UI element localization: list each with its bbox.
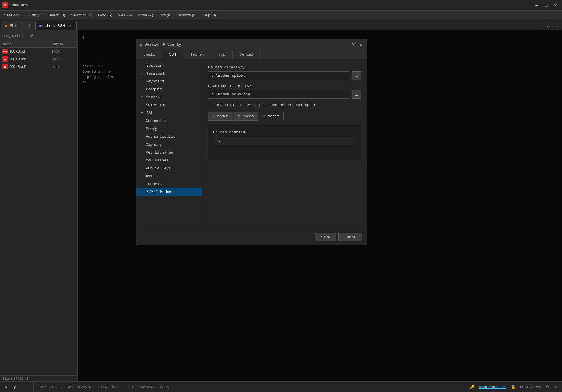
menu-item-mode[interactable]: Mode (7) [135,12,156,18]
dialog-close-button[interactable]: ✕ [358,41,364,48]
upload-section: Upload command: [208,125,361,160]
menu-item-goto[interactable]: Goto (5) [95,12,115,18]
file-date-3: 2019/ [52,65,75,68]
default-checkbox-label: Use this as the default and do not ask a… [216,103,316,107]
nav-label-mac-hashes: MAC Hashes [146,158,169,163]
nav-label-tunnels: Tunnels [146,182,162,186]
menu-item-search[interactable]: Search (3) [44,12,68,18]
nav-item-xyz-modem[interactable]: X/Y/Z Modem [136,188,202,196]
menu-item-selection[interactable]: Selection (4) [68,12,95,18]
file-panel-refresh[interactable]: ↺ [30,33,33,38]
list-item[interactable]: PDF 100KB.pdf 2020/ [0,48,77,55]
tab-chevron-right[interactable]: › [543,22,551,30]
lock-icon: 🔑 [470,385,474,389]
nav-label-public-keys: Public Keys [146,166,171,171]
nav-item-session[interactable]: Session [136,62,202,70]
tab-chevron-down[interactable]: ⌄ [553,22,561,30]
tab-label-ssh: 1.Local SSH [44,23,65,28]
list-item[interactable]: PDF 500KB.pdf 2019/ [0,63,77,71]
nav-label-key-exchange: Key Exchange [146,150,173,155]
nav-item-keyboard[interactable]: Keyboard [136,78,202,85]
dialog-nav: Session ▼ Terminal Keyboard Logging [136,59,202,229]
col-name: Name [2,42,52,46]
menu-item-window[interactable]: Window (9) [174,12,200,18]
status-bar: Ready Remote Mode Window 26×74 Ln 142 Ch… [0,381,562,392]
nav-item-proxy[interactable]: Proxy [136,125,202,133]
file-panel-header: Name Date m [0,41,77,48]
modem-tab-y[interactable]: Y Modem [234,112,258,121]
file-panel-back[interactable]: ↑ [26,33,28,38]
dialog-tab-serial[interactable]: Serial [233,50,261,59]
tab-close-ssh[interactable]: ✕ [68,23,73,28]
cancel-button[interactable]: Cancel [338,233,362,241]
windterm-issues-link[interactable]: WindTerm Issues [479,385,506,389]
file-panel-menu[interactable]: ⋮ [71,33,75,38]
tab-ssh[interactable]: 1.Local SSH ✕ [35,21,76,30]
status-gear-icon[interactable]: ⚙ [546,385,549,389]
file-panel-toolbar: /test_modem/ ↑ ↺ ⋮ [0,30,77,41]
default-checkbox[interactable] [208,103,213,107]
status-close-icon[interactable]: ✕ [554,385,557,389]
nav-item-ciphers[interactable]: Ciphers [136,141,202,149]
dialog-help-button[interactable]: ? [351,42,356,48]
save-button[interactable]: Save [315,233,336,241]
modem-tab-z[interactable]: Z Modem [259,112,284,121]
download-dir-input[interactable] [208,90,349,99]
maximize-button[interactable]: □ [542,1,550,9]
list-item[interactable]: PDF 200KB.pdf 2021/ [0,55,77,63]
nav-item-selection[interactable]: Selection [136,101,202,109]
close-button[interactable]: ✕ [551,1,560,9]
menu-item-session[interactable]: Session (1) [1,12,26,18]
dialog-footer: Save Cancel [136,229,367,245]
status-position: Ln 142 Ch 27 [98,385,119,389]
nav-label-selection: Selection [146,103,166,107]
nav-item-x11[interactable]: X11 [136,172,202,180]
upload-dir-input[interactable] [208,71,349,80]
menu-item-help[interactable]: Help (0) [200,12,219,18]
nav-item-key-exchange[interactable]: Key Exchange [136,149,202,157]
upload-command-input[interactable] [213,137,356,145]
status-ready: Ready [0,382,34,392]
dialog-tab-telnet[interactable]: Telnet [183,50,211,59]
tab-actions: + › ⌄ [534,22,561,30]
upload-command-label: Upload command: [213,130,356,135]
nav-item-public-keys[interactable]: Public Keys [136,164,202,172]
nav-label-logging: Logging [146,87,162,92]
nav-item-ssh[interactable]: ▼ SSH [136,109,202,117]
download-dir-browse[interactable]: ... [352,90,361,99]
nav-item-tunnels[interactable]: Tunnels [136,180,202,188]
menu-item-edit[interactable]: Edit (2) [26,12,44,18]
nav-arrow-terminal: ▼ [141,72,145,75]
new-tab-button[interactable]: + [534,22,542,30]
main-area: /test_modem/ ↑ ↺ ⋮ Name Date m PDF 100KB… [0,30,562,381]
nav-item-authentication[interactable]: Authentication [136,133,202,141]
dialog-tab-ssh[interactable]: SSH [162,50,183,59]
modem-tab-x[interactable]: X Modem [208,112,233,121]
dialog-body: Session ▼ Terminal Keyboard Logging [136,59,367,229]
tab-close-filer[interactable]: ✕ [19,23,25,28]
minimize-button[interactable]: ─ [533,1,541,9]
dialog-tab-tcp[interactable]: Tcp [211,50,232,59]
lock-screen-label: Lock Screen [520,385,541,389]
menu-bar: Session (1)Edit (2)Search (3)Selection (… [0,11,562,20]
terminal-area[interactable]: 1 sses: 10 logged in: 0 e plugins. See o… [78,30,562,381]
tab-settings-filer[interactable]: ⚙ [28,24,31,27]
nav-item-connection[interactable]: Connection [136,117,202,125]
dialog-tab-shell[interactable]: Shell [136,50,162,59]
file-panel-status: 3 items 873.61 KB [0,375,77,381]
nav-item-logging[interactable]: Logging [136,85,202,93]
nav-item-mac-hashes[interactable]: MAC Hashes [136,157,202,164]
nav-arrow-window: ▼ [141,96,145,99]
nav-label-proxy: Proxy [146,127,157,131]
status-window-size: Window 26×74 [67,385,91,389]
menu-item-tool[interactable]: Tool (8) [156,12,174,18]
tab-bar: Filer ✕ ⚙ 1.Local SSH ✕ + › ⌄ [0,20,562,30]
tab-filer[interactable]: Filer ✕ ⚙ [1,21,35,30]
menu-item-view[interactable]: View (6) [115,12,135,18]
nav-label-ciphers: Ciphers [146,142,162,147]
modal-overlay: Session Property ? ✕ Shell SSH Telnet Tc… [78,30,562,381]
nav-item-terminal[interactable]: ▼ Terminal [136,70,202,78]
upload-dir-browse[interactable]: ... [352,71,361,80]
tab-dot-filer [5,25,7,27]
nav-item-window[interactable]: ▼ Window [136,93,202,101]
